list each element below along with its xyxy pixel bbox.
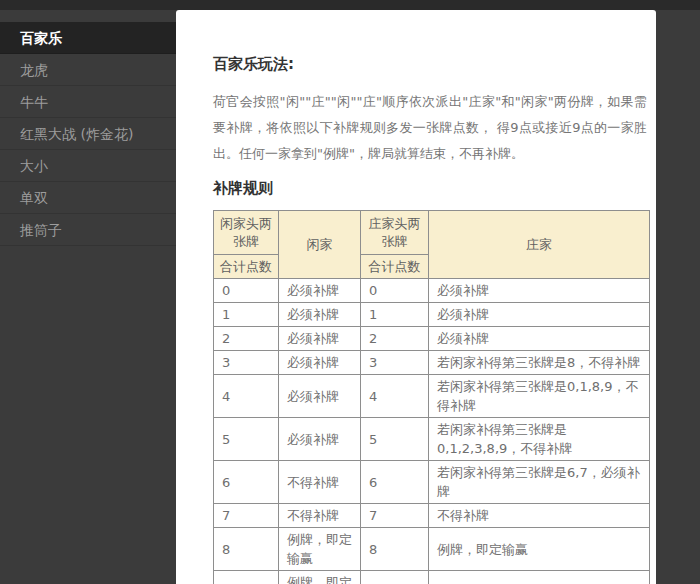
cell-banker-points: 6 (361, 461, 429, 504)
cell-player-points: 3 (214, 351, 279, 375)
game-sidebar: 百家乐 龙虎 牛牛 红黑大战 (炸金花) 大小 单双 推筒子 (0, 10, 176, 246)
cell-banker-points: 4 (361, 375, 429, 418)
cell-banker-rule: 例牌，即定输赢 (429, 528, 650, 571)
table-row: 4 必须补牌 4 若闲家补得第三张牌是0,1,8,9，不得补牌 (214, 375, 650, 418)
header-banker-first-two: 庄家头两张牌 (361, 211, 429, 255)
sidebar-item-hongheidazhan[interactable]: 红黑大战 (炸金花) (0, 118, 176, 150)
header-banker: 庄家 (429, 211, 650, 279)
header-player-total: 合计点数 (214, 255, 279, 279)
header-player-first-two: 闲家头两张牌 (214, 211, 279, 255)
cell-player-rule: 例牌，即定输赢 (279, 571, 361, 584)
cell-banker-rule: 若闲家补得第三张牌是0,1,8,9，不得补牌 (429, 375, 650, 418)
cell-player-points: 9 (214, 571, 279, 584)
table-row: 0 必须补牌 0 必须补牌 (214, 279, 650, 303)
table-row: 3 必须补牌 3 若闲家补得第三张牌是8，不得补牌 (214, 351, 650, 375)
cell-player-points: 8 (214, 528, 279, 571)
cell-player-points: 0 (214, 279, 279, 303)
cell-banker-points: 7 (361, 504, 429, 528)
table-row: 9 例牌，即定输赢 9 例牌，即定输赢 (214, 571, 650, 584)
cell-banker-rule: 必须补牌 (429, 327, 650, 351)
cell-player-points: 5 (214, 418, 279, 461)
cell-banker-rule: 若闲家补得第三张牌是8，不得补牌 (429, 351, 650, 375)
cell-player-rule: 必须补牌 (279, 303, 361, 327)
header-player: 闲家 (279, 211, 361, 279)
cell-player-points: 2 (214, 327, 279, 351)
table-header-row: 闲家头两张牌 闲家 庄家头两张牌 庄家 (214, 211, 650, 255)
cell-banker-points: 8 (361, 528, 429, 571)
section-title-draw-rules: 补牌规则 (213, 179, 650, 198)
cell-player-rule: 不得补牌 (279, 504, 361, 528)
cell-banker-points: 5 (361, 418, 429, 461)
sidebar-item-longhu[interactable]: 龙虎 (0, 54, 176, 86)
content-panel: 百家乐玩法: 荷官会按照"闲""庄""闲""庄"顺序依次派出"庄家"和"闲家"两… (176, 10, 656, 584)
table-row: 8 例牌，即定输赢 8 例牌，即定输赢 (214, 528, 650, 571)
cell-banker-points: 3 (361, 351, 429, 375)
table-row: 2 必须补牌 2 必须补牌 (214, 327, 650, 351)
cell-banker-rule: 例牌，即定输赢 (429, 571, 650, 584)
cell-player-rule: 必须补牌 (279, 327, 361, 351)
cell-player-rule: 不得补牌 (279, 461, 361, 504)
cell-banker-rule: 若闲家补得第三张牌是6,7，必须补牌 (429, 461, 650, 504)
cell-banker-points: 9 (361, 571, 429, 584)
cell-banker-rule: 必须补牌 (429, 303, 650, 327)
sidebar-item-danshuang[interactable]: 单双 (0, 182, 176, 214)
table-row: 1 必须补牌 1 必须补牌 (214, 303, 650, 327)
cell-player-rule: 例牌，即定输赢 (279, 528, 361, 571)
sidebar-item-baijiale[interactable]: 百家乐 (0, 22, 176, 54)
table-row: 6 不得补牌 6 若闲家补得第三张牌是6,7，必须补牌 (214, 461, 650, 504)
cell-player-points: 1 (214, 303, 279, 327)
top-bar (0, 0, 700, 10)
cell-player-points: 6 (214, 461, 279, 504)
page-title: 百家乐玩法: (213, 55, 650, 74)
draw-rules-table: 闲家头两张牌 闲家 庄家头两张牌 庄家 合计点数 合计点数 0 必须补牌 0 必… (213, 210, 650, 584)
header-banker-total: 合计点数 (361, 255, 429, 279)
rules-intro-paragraph: 荷官会按照"闲""庄""闲""庄"顺序依次派出"庄家"和"闲家"两份牌，如果需要… (213, 89, 647, 167)
cell-banker-rule: 不得补牌 (429, 504, 650, 528)
table-row: 7 不得补牌 7 不得补牌 (214, 504, 650, 528)
cell-player-rule: 必须补牌 (279, 375, 361, 418)
table-row: 5 必须补牌 5 若闲家补得第三张牌是0,1,2,3,8,9，不得补牌 (214, 418, 650, 461)
cell-banker-points: 0 (361, 279, 429, 303)
cell-player-rule: 必须补牌 (279, 351, 361, 375)
cell-banker-points: 1 (361, 303, 429, 327)
sidebar-item-niuniu[interactable]: 牛牛 (0, 86, 176, 118)
cell-player-rule: 必须补牌 (279, 418, 361, 461)
sidebar-item-tuitongzi[interactable]: 推筒子 (0, 214, 176, 246)
cell-banker-rule: 若闲家补得第三张牌是0,1,2,3,8,9，不得补牌 (429, 418, 650, 461)
cell-player-points: 7 (214, 504, 279, 528)
cell-banker-rule: 必须补牌 (429, 279, 650, 303)
cell-player-rule: 必须补牌 (279, 279, 361, 303)
cell-player-points: 4 (214, 375, 279, 418)
sidebar-item-daxiao[interactable]: 大小 (0, 150, 176, 182)
cell-banker-points: 2 (361, 327, 429, 351)
